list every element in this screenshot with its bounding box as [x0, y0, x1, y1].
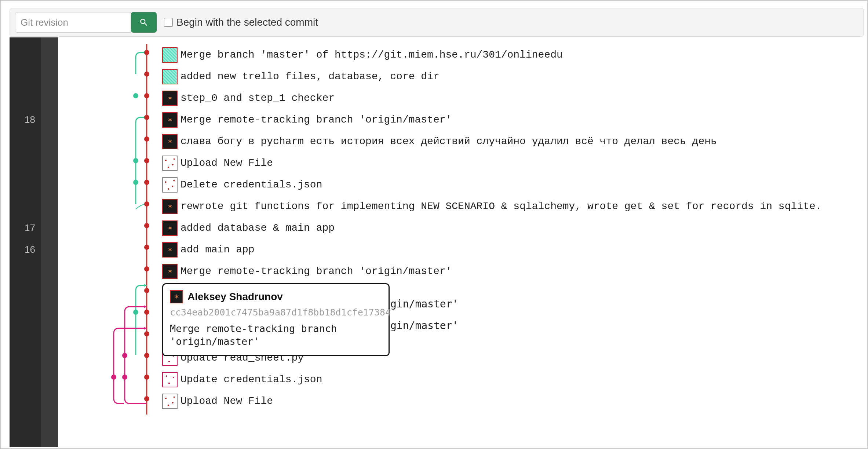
- avatar: ✶: [162, 91, 178, 106]
- toolbar: Begin with the selected commit: [10, 8, 864, 37]
- svg-marker-5: [144, 327, 147, 330]
- commit-row[interactable]: Merge branch 'master' of https://git.mie…: [162, 44, 864, 66]
- svg-point-9: [144, 115, 149, 120]
- begin-with-selected-label: Begin with the selected commit: [176, 17, 318, 28]
- commit-message-tail: gin/master': [390, 298, 458, 310]
- commit-message: Merge branch 'master' of https://git.mie…: [180, 49, 563, 61]
- commit-row[interactable]: Update credentials.json: [162, 369, 864, 390]
- avatar: ✶: [162, 199, 178, 214]
- search-icon: [139, 18, 149, 27]
- svg-point-16: [144, 266, 149, 271]
- commit-graph: [107, 44, 162, 440]
- secondary-gutter: [41, 37, 58, 447]
- commit-row[interactable]: ✶rewrote git functions for implementing …: [162, 196, 864, 217]
- gutter-line-number: 16: [10, 244, 41, 255]
- svg-point-10: [144, 136, 149, 142]
- begin-with-selected-checkbox[interactable]: [164, 18, 173, 27]
- avatar: [162, 177, 178, 193]
- avatar: [162, 47, 178, 63]
- svg-point-25: [133, 180, 138, 185]
- svg-marker-4: [144, 305, 147, 308]
- svg-point-15: [144, 245, 149, 250]
- avatar: ✶: [170, 290, 183, 303]
- commit-tooltip: ✶ Aleksey Shadrunov cc34eab2001c7475ba9a…: [162, 283, 390, 356]
- commit-message: rewrote git functions for implementing N…: [180, 201, 821, 212]
- commit-message: Upload New File: [180, 157, 273, 169]
- commit-row[interactable]: ✶Merge remote-tracking branch 'origin/ma…: [162, 260, 864, 282]
- avatar: ✶: [162, 242, 178, 258]
- commit-message: Update credentials.json: [180, 374, 322, 385]
- commit-row[interactable]: Upload New File: [162, 152, 864, 174]
- commit-message: added new trello files, database, core d…: [180, 71, 440, 82]
- svg-point-12: [144, 180, 149, 185]
- avatar: [162, 69, 178, 84]
- svg-point-23: [133, 93, 138, 98]
- svg-point-26: [133, 310, 138, 315]
- svg-point-18: [144, 310, 149, 315]
- svg-point-7: [144, 72, 149, 77]
- commit-row[interactable]: ✶слава богу в pycharm есть история всех …: [162, 131, 864, 152]
- commit-row[interactable]: ✶added database & main app: [162, 217, 864, 239]
- avatar: ✶: [162, 112, 178, 128]
- commit-row[interactable]: added new trello files, database, core d…: [162, 66, 864, 87]
- commit-message: Merge remote-tracking branch 'origin/mas…: [180, 114, 452, 125]
- commit-list: Merge branch 'master' of https://git.mie…: [162, 44, 864, 412]
- svg-marker-2: [144, 116, 147, 119]
- svg-point-13: [144, 201, 149, 207]
- commit-row[interactable]: ✶step_0 and step_1 checker: [162, 87, 864, 109]
- svg-point-11: [144, 158, 149, 163]
- commit-message: add main app: [180, 244, 255, 255]
- commit-message: Delete credentials.json: [180, 179, 322, 190]
- git-revision-input[interactable]: [15, 12, 131, 33]
- tooltip-author: Aleksey Shadrunov: [187, 291, 283, 303]
- commit-row[interactable]: ✶add main app: [162, 239, 864, 260]
- commit-message: Upload New File: [180, 395, 273, 407]
- svg-point-17: [144, 288, 149, 293]
- avatar: ✶: [162, 264, 178, 279]
- commit-message-tail: gin/master': [390, 320, 458, 332]
- svg-point-24: [133, 158, 138, 163]
- avatar: [162, 372, 178, 387]
- search-button[interactable]: [131, 12, 157, 33]
- commit-message: step_0 and step_1 checker: [180, 92, 335, 104]
- avatar: [162, 394, 178, 409]
- svg-point-28: [122, 375, 127, 380]
- svg-point-19: [144, 331, 149, 336]
- tooltip-sha: cc34eab2001c7475ba9a87d1f8bb18d1cfe17384: [170, 307, 382, 318]
- svg-point-14: [144, 223, 149, 228]
- avatar: [162, 156, 178, 171]
- svg-point-6: [144, 50, 149, 55]
- commit-message: слава богу в pycharm есть история всех д…: [180, 136, 717, 147]
- commit-row[interactable]: ✶Merge remote-tracking branch 'origin/ma…: [162, 109, 864, 131]
- svg-marker-1: [144, 51, 147, 54]
- svg-point-22: [144, 396, 149, 401]
- avatar: ✶: [162, 220, 178, 236]
- commit-message: Merge remote-tracking branch 'origin/mas…: [180, 266, 452, 277]
- commit-row[interactable]: Delete credentials.json: [162, 174, 864, 196]
- commit-message: added database & main app: [180, 222, 335, 234]
- svg-point-29: [111, 375, 116, 380]
- svg-point-8: [144, 93, 149, 98]
- line-number-gutter: [10, 37, 41, 447]
- tooltip-message: Merge remote-tracking branch 'origin/mas…: [170, 322, 382, 348]
- avatar: ✶: [162, 134, 178, 149]
- svg-point-27: [122, 353, 127, 358]
- gutter-line-number: 17: [10, 222, 41, 234]
- gutter-line-number: 18: [10, 114, 41, 125]
- commit-row[interactable]: Upload New File: [162, 390, 864, 412]
- svg-point-20: [144, 353, 149, 358]
- svg-point-21: [144, 375, 149, 380]
- svg-marker-3: [144, 284, 147, 287]
